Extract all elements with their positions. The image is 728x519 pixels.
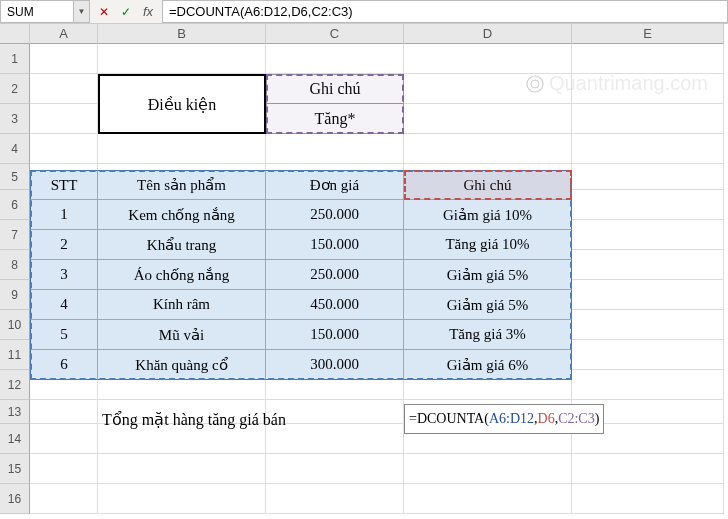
col-header-B[interactable]: B	[98, 24, 266, 44]
row-header-14[interactable]: 14	[0, 424, 30, 454]
row-header-4[interactable]: 4	[0, 134, 30, 164]
table-cell[interactable]: STT	[30, 170, 98, 200]
cell-E3[interactable]	[572, 104, 724, 134]
cell-C16[interactable]	[266, 484, 404, 514]
cell-A15[interactable]	[30, 454, 98, 484]
table-cell[interactable]: Khăn quàng cổ	[98, 350, 266, 380]
row-header-16[interactable]: 16	[0, 484, 30, 514]
cell-E2[interactable]	[572, 74, 724, 104]
table-cell[interactable]: Tên sản phẩm	[98, 170, 266, 200]
confirm-icon[interactable]: ✓	[116, 2, 136, 22]
fx-icon[interactable]: fx	[138, 2, 158, 22]
cell-A2[interactable]	[30, 74, 98, 104]
table-cell[interactable]: Giảm giá 6%	[404, 350, 572, 380]
col-header-A[interactable]: A	[30, 24, 98, 44]
cell-E10[interactable]	[572, 310, 724, 340]
cell-C1[interactable]	[266, 44, 404, 74]
col-header-D[interactable]: D	[404, 24, 572, 44]
cell-E5[interactable]	[572, 164, 724, 190]
table-cell[interactable]: 3	[30, 260, 98, 290]
row-header-3[interactable]: 3	[0, 104, 30, 134]
cell-C4[interactable]	[266, 134, 404, 164]
cell-E8[interactable]	[572, 250, 724, 280]
table-cell[interactable]: Giảm giá 10%	[404, 200, 572, 230]
cell-B15[interactable]	[98, 454, 266, 484]
formula-bar[interactable]: =DCOUNTA(A6:D12,D6,C2:C3)	[162, 0, 728, 23]
cell-B4[interactable]	[98, 134, 266, 164]
table-cell[interactable]: 6	[30, 350, 98, 380]
table-cell[interactable]: Kính râm	[98, 290, 266, 320]
cell-C15[interactable]	[266, 454, 404, 484]
table-cell[interactable]: 5	[30, 320, 98, 350]
cell-E4[interactable]	[572, 134, 724, 164]
cell-E6[interactable]	[572, 190, 724, 220]
row-header-15[interactable]: 15	[0, 454, 30, 484]
cell-E15[interactable]	[572, 454, 724, 484]
cell-E7[interactable]	[572, 220, 724, 250]
table-cell[interactable]: Áo chống nắng	[98, 260, 266, 290]
cell-E1[interactable]	[572, 44, 724, 74]
cell-E9[interactable]	[572, 280, 724, 310]
col-header-E[interactable]: E	[572, 24, 724, 44]
table-cell[interactable]: Đơn giá	[266, 170, 404, 200]
name-box[interactable]: SUM	[0, 0, 74, 23]
table-cell[interactable]: 4	[30, 290, 98, 320]
table-cell[interactable]: Mũ vải	[98, 320, 266, 350]
cell-B1[interactable]	[98, 44, 266, 74]
table-cell[interactable]: Giảm giá 5%	[404, 290, 572, 320]
criteria-label-text: Điều kiện	[148, 95, 216, 114]
col-header-C[interactable]: C	[266, 24, 404, 44]
cell-A16[interactable]	[30, 484, 98, 514]
active-cell-D14[interactable]: =DCOUNTA(A6:D12,D6,C2:C3)	[404, 404, 604, 434]
table-cell[interactable]: Tăng giá 3%	[404, 320, 572, 350]
criteria-header-cell[interactable]: Ghi chú	[266, 74, 404, 104]
cell-E11[interactable]	[572, 340, 724, 370]
table-cell[interactable]: 450.000	[266, 290, 404, 320]
cell-A1[interactable]	[30, 44, 98, 74]
row-header-9[interactable]: 9	[0, 280, 30, 310]
select-all-corner[interactable]	[0, 24, 30, 44]
cell-B16[interactable]	[98, 484, 266, 514]
cell-D16[interactable]	[404, 484, 572, 514]
row-header-13[interactable]: 13	[0, 400, 30, 424]
cell-D15[interactable]	[404, 454, 572, 484]
table-cell[interactable]: Giảm giá 5%	[404, 260, 572, 290]
table-cell[interactable]: 1	[30, 200, 98, 230]
row-header-8[interactable]: 8	[0, 250, 30, 280]
cell-A3[interactable]	[30, 104, 98, 134]
cell-D4[interactable]	[404, 134, 572, 164]
row-header-6[interactable]: 6	[0, 190, 30, 220]
table-cell[interactable]: 150.000	[266, 230, 404, 260]
cell-A14[interactable]	[30, 424, 98, 454]
cancel-icon[interactable]: ✕	[94, 2, 114, 22]
name-box-dropdown[interactable]: ▼	[74, 0, 90, 23]
row-header-10[interactable]: 10	[0, 310, 30, 340]
criteria-label-cell[interactable]: Điều kiện	[98, 74, 266, 134]
table-cell[interactable]: Tăng giá 10%	[404, 230, 572, 260]
table-cell[interactable]: 150.000	[266, 320, 404, 350]
table-cell[interactable]: Kem chống nắng	[98, 200, 266, 230]
cell-D2[interactable]	[404, 74, 572, 104]
table-cell[interactable]: 300.000	[266, 350, 404, 380]
cell-A13[interactable]	[30, 400, 98, 424]
cell-A4[interactable]	[30, 134, 98, 164]
row-header-11[interactable]: 11	[0, 340, 30, 370]
table-cell[interactable]: Khẩu trang	[98, 230, 266, 260]
spreadsheet-grid[interactable]: A B C D E 12345678910111213141516 Điều k…	[0, 24, 728, 514]
row-header-2[interactable]: 2	[0, 74, 30, 104]
cell-D3[interactable]	[404, 104, 572, 134]
cell-D1[interactable]	[404, 44, 572, 74]
table-cell[interactable]: 250.000	[266, 260, 404, 290]
cell-E12[interactable]	[572, 370, 724, 400]
row-header-12[interactable]: 12	[0, 370, 30, 400]
summary-label-cell[interactable]: Tổng mặt hàng tăng giá bán	[98, 404, 404, 434]
row-header-1[interactable]: 1	[0, 44, 30, 74]
criteria-value-cell[interactable]: Tăng*	[266, 104, 404, 134]
cell-E16[interactable]	[572, 484, 724, 514]
row-header-7[interactable]: 7	[0, 220, 30, 250]
summary-label-text: Tổng mặt hàng tăng giá bán	[102, 410, 286, 429]
table-cell[interactable]: Ghi chú	[404, 170, 572, 200]
row-header-5[interactable]: 5	[0, 164, 30, 190]
table-cell[interactable]: 250.000	[266, 200, 404, 230]
table-cell[interactable]: 2	[30, 230, 98, 260]
